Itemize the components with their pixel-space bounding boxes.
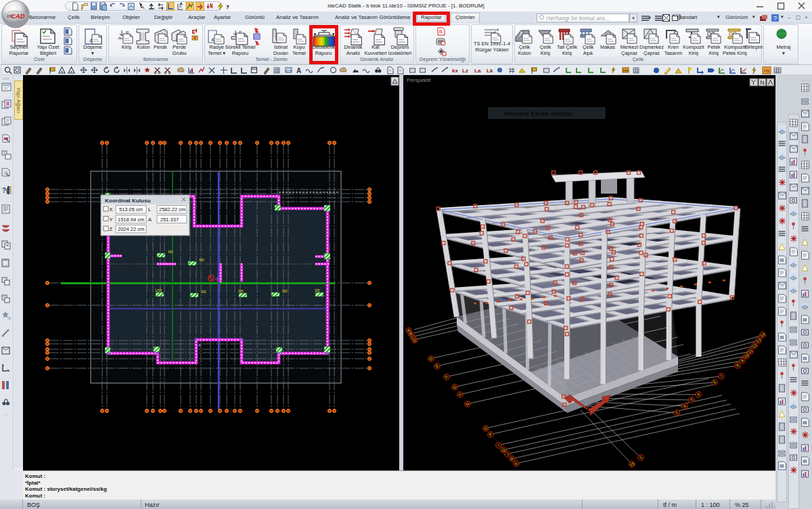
svg-text:A: A: [296, 67, 301, 74]
svg-text:305: 305: [168, 250, 173, 254]
svg-text:305: 305: [201, 290, 206, 294]
svg-text:513.05 cm: 513.05 cm: [119, 206, 143, 213]
svg-text:2582.22 cm: 2582.22 cm: [159, 206, 185, 213]
svg-text:Pencere Ekran Alıntısı: Pencere Ekran Alıntısı: [504, 110, 572, 117]
svg-text:305: 305: [315, 289, 320, 292]
svg-text:CAD: CAD: [11, 12, 25, 20]
svg-text:305: 305: [199, 259, 204, 262]
svg-text:1518.94 cm: 1518.94 cm: [118, 217, 144, 223]
svg-text:B: B: [439, 29, 443, 34]
svg-text:Lk: Lk: [487, 68, 493, 74]
svg-text:A: A: [148, 217, 152, 223]
svg-text:305: 305: [238, 290, 244, 293]
svg-text:X: X: [110, 206, 113, 213]
svg-text:Perspektif: Perspektif: [407, 77, 431, 83]
svg-text:La: La: [474, 68, 481, 74]
svg-text:00: 00: [216, 278, 220, 282]
svg-text:D: D: [413, 338, 417, 342]
svg-text:?: ?: [773, 15, 777, 22]
svg-text:305: 305: [282, 290, 288, 293]
svg-text:251.337: 251.337: [160, 217, 179, 223]
svg-text:Hs: Hs: [623, 68, 628, 72]
svg-text:Koordinat Kutusu: Koordinat Kutusu: [105, 198, 151, 204]
svg-text:Lz: Lz: [462, 68, 468, 74]
svg-text:2024.22 cm: 2024.22 cm: [118, 226, 144, 232]
svg-text:kx: kx: [452, 68, 458, 74]
svg-text:N: N: [760, 79, 765, 86]
svg-text:Z: Z: [110, 226, 113, 232]
svg-text:1295: 1295: [155, 289, 162, 292]
svg-text:4: 4: [211, 37, 215, 43]
svg-text:Hs: Hs: [764, 68, 770, 73]
svg-text:Y: Y: [110, 217, 113, 223]
svg-text:L: L: [148, 206, 151, 213]
